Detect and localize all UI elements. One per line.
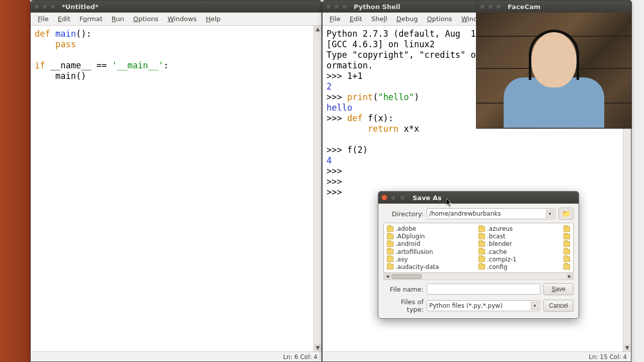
prompt: >>> (327, 166, 347, 176)
save-button[interactable]: Save (543, 283, 574, 295)
banner1: Python 2.7.3 (default, Aug 1 (327, 29, 476, 39)
minimize-icon[interactable] (488, 4, 494, 10)
editor-menubar: File Edit Format Run Options Windows Hel… (31, 13, 321, 26)
facecam-title: FaceCam (508, 3, 540, 11)
call-main: main() (35, 71, 86, 81)
menu-help[interactable]: Help (202, 14, 225, 24)
editor-window: *Untitled* File Edit Format Run Options … (30, 0, 322, 362)
menu-shell[interactable]: Shell (367, 14, 391, 24)
folder-item[interactable]: .artofillusion (387, 248, 478, 255)
menu-options[interactable]: Options (423, 14, 456, 24)
dialog-titlebar[interactable]: Save As (378, 192, 579, 204)
scroll-down-icon[interactable]: ▼ (623, 344, 631, 351)
menu-edit[interactable]: Edit (346, 14, 366, 24)
maximize-icon[interactable] (50, 4, 56, 10)
folder-icon (564, 226, 570, 232)
folder-icon (478, 234, 485, 239)
scroll-up-icon[interactable]: ▲ (314, 26, 321, 33)
folder-icon (387, 226, 393, 232)
kw-def: def (35, 29, 50, 39)
shell-title: Python Shell (354, 3, 400, 11)
prompt: >>> (327, 71, 347, 81)
folder-item[interactable]: .bcast (478, 233, 570, 240)
folder-item[interactable]: .adobe (387, 225, 478, 232)
close-icon[interactable] (381, 195, 387, 201)
folder-icon (387, 241, 393, 247)
folder-item[interactable]: .compiz-1 (478, 256, 570, 263)
editor-titlebar[interactable]: *Untitled* (31, 1, 321, 13)
folder-icon (478, 249, 485, 254)
minimize-icon[interactable] (42, 4, 48, 10)
close-icon[interactable] (326, 4, 332, 10)
dialog-title: Save As (413, 194, 442, 202)
editor-body: def main(): pass if __name__ == '__main_… (31, 26, 321, 351)
folder-item[interactable]: .config (478, 263, 570, 270)
minimize-icon[interactable] (334, 4, 340, 10)
banner4: ormation. (327, 60, 373, 70)
close-icon[interactable] (479, 4, 486, 10)
folder-item[interactable]: .android (387, 240, 478, 247)
folder-label: .blender (487, 240, 512, 247)
folder-icon (564, 249, 570, 254)
file-list-hscroll[interactable]: ◀ ▶ (383, 273, 574, 280)
menu-file[interactable]: File (34, 14, 53, 24)
facecam-window: FaceCam (476, 0, 632, 129)
folder-item[interactable]: .cache (478, 248, 570, 255)
prompt: >>> (327, 145, 347, 155)
maximize-icon[interactable] (399, 195, 406, 201)
editor-scrollbar[interactable]: ▲ ▼ (313, 26, 321, 351)
prompt: >>> (327, 187, 347, 197)
scroll-right-icon[interactable]: ▶ (566, 274, 573, 280)
chevron-down-icon[interactable]: ▾ (531, 302, 539, 310)
menu-run[interactable]: Run (108, 14, 128, 24)
folder-item[interactable]: .asy (387, 256, 478, 263)
minimize-icon[interactable] (390, 195, 396, 201)
menu-options[interactable]: Options (129, 14, 163, 24)
cancel-button[interactable]: Cancel (543, 300, 574, 312)
folder-item[interactable]: .blender (478, 240, 570, 247)
out2: hello (327, 103, 352, 113)
menu-file[interactable]: File (326, 14, 345, 24)
menu-debug[interactable]: Debug (392, 14, 422, 24)
dunder-name: __name__ (45, 60, 96, 70)
facecam-video (476, 13, 631, 128)
str-main: '__main__' (112, 60, 164, 70)
folder-item[interactable]: .audacity-data (387, 263, 478, 270)
folder-icon (387, 234, 393, 239)
menu-edit[interactable]: Edit (54, 14, 74, 24)
folder-item[interactable]: .ADplugin (387, 233, 478, 240)
editor-title: *Untitled* (62, 3, 99, 11)
scroll-thumb[interactable] (391, 274, 422, 279)
maximize-icon[interactable] (342, 4, 348, 10)
menu-format[interactable]: Format (75, 14, 107, 24)
folder-icon (478, 264, 485, 269)
out1: 2 (327, 81, 332, 92)
str-hello: "hello" (378, 92, 414, 102)
shell-statusbar: Ln: 15 Col: 4 (323, 351, 631, 361)
up-directory-button[interactable]: 📁 (558, 208, 574, 220)
out4: 4 (327, 155, 332, 165)
prompt: >>> (327, 92, 347, 102)
folder-icon (564, 234, 570, 239)
directory-row: Directory: /home/andrewburbanks ▾ 📁 (383, 208, 574, 220)
paren: ) (414, 92, 419, 102)
directory-combo[interactable]: /home/andrewburbanks ▾ (427, 208, 555, 219)
menu-windows[interactable]: Windows (164, 14, 201, 24)
filename-input[interactable] (427, 284, 540, 295)
maximize-icon[interactable] (496, 4, 502, 10)
scroll-track[interactable] (314, 33, 321, 344)
chevron-down-icon[interactable]: ▾ (546, 210, 554, 218)
folder-label: .audacity-data (395, 263, 439, 270)
facecam-window-controls (479, 4, 502, 10)
folder-item[interactable]: .azureus (478, 225, 570, 232)
scroll-down-icon[interactable]: ▼ (314, 344, 321, 351)
editor-code-area[interactable]: def main(): pass if __name__ == '__main_… (31, 26, 313, 351)
file-list[interactable]: .adobe.ADplugin.android.artofillusion.as… (383, 223, 574, 273)
kw-return: return (327, 124, 398, 134)
filetype-combo[interactable]: Python files (*.py,*.pyw) ▾ (427, 300, 540, 311)
facecam-titlebar[interactable]: FaceCam (476, 1, 631, 13)
close-icon[interactable] (34, 4, 40, 10)
folder-label: .asy (395, 256, 408, 263)
scroll-left-icon[interactable]: ◀ (384, 274, 391, 280)
editor-statusbar: Ln: 6 Col: 4 (31, 351, 321, 361)
